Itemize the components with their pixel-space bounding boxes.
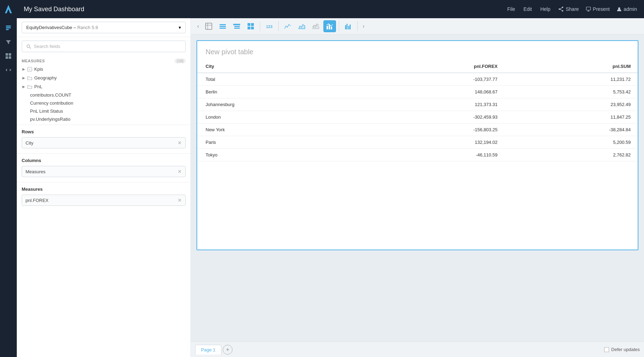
defer-label: Defer updates: [611, 347, 640, 352]
columns-chip-remove[interactable]: ✕: [178, 169, 182, 174]
cube-selector-text: EquityDerivativesCube – Ranch 5.9: [26, 25, 98, 30]
folder-geo-icon: [27, 76, 32, 80]
search-bar[interactable]: Search fields: [22, 41, 186, 52]
nav-fields-icon[interactable]: [2, 22, 15, 34]
search-placeholder: Search fields: [34, 44, 60, 49]
cell-forex: -156,803.25: [362, 124, 505, 136]
cell-sum: 2,762.82: [505, 149, 638, 161]
columns-label: Columns: [22, 158, 186, 163]
cell-sum: 11,231.72: [505, 73, 638, 86]
field-group-pnl[interactable]: ▶ PnL: [22, 82, 186, 91]
svg-rect-32: [248, 27, 250, 29]
rows-chip-remove[interactable]: ✕: [178, 140, 182, 146]
pivot-table: City pnl.FOREX pnl.SUM Total-103,737.771…: [197, 60, 638, 161]
viz-area-chart-btn[interactable]: [295, 20, 308, 32]
icon-rail: [0, 0, 17, 357]
viz-toolbar: ‹: [191, 18, 644, 35]
toolbar-prev[interactable]: ‹: [195, 22, 201, 31]
viz-number-btn[interactable]: 123: [263, 20, 276, 32]
share-label: Share: [566, 6, 579, 12]
svg-rect-30: [248, 23, 250, 26]
measures-chip-remove[interactable]: ✕: [178, 197, 182, 203]
toolbar-sep-2: [278, 21, 279, 31]
toolbar-sep-4: [357, 21, 358, 31]
svg-rect-33: [251, 27, 254, 29]
cell-forex: 132,194.02: [362, 136, 505, 149]
app-logo[interactable]: [3, 4, 14, 15]
viz-flat-table-btn[interactable]: [202, 20, 215, 32]
svg-rect-21: [206, 23, 212, 29]
svg-rect-29: [234, 28, 240, 29]
svg-rect-7: [9, 56, 11, 59]
viz-stacked-area-btn[interactable]: [309, 20, 322, 32]
cell-forex: -46,110.59: [362, 149, 505, 161]
cell-forex: 121,373.31: [362, 98, 505, 111]
cell-city: London: [197, 111, 362, 124]
geography-label: Geography: [34, 75, 57, 80]
pivot-container: New pivot table City pnl.FOREX pnl.SUM T…: [196, 40, 638, 250]
share-button[interactable]: Share: [559, 6, 579, 12]
toolbar-sep-1: [260, 21, 260, 31]
top-bar: My Saved Dashboard File Edit Help Share …: [17, 0, 644, 18]
cell-city: Tokyo: [197, 149, 362, 161]
col-header-forex: pnl.FOREX: [362, 60, 505, 73]
page-title: My Saved Dashboard: [24, 6, 507, 13]
measures-section-header[interactable]: MEASURES (18): [22, 56, 186, 65]
svg-rect-38: [345, 25, 346, 29]
pivot-title: New pivot table: [197, 41, 638, 60]
cell-sum: 11,847.25: [505, 111, 638, 124]
field-group-geography[interactable]: ▶ Geography: [22, 74, 186, 82]
field-group-kpis[interactable]: ▶ K Kpis: [22, 65, 186, 74]
content-area: ‹: [191, 18, 644, 357]
nav-code-icon[interactable]: [2, 64, 15, 76]
svg-text:K: K: [29, 68, 31, 71]
page-1-tab[interactable]: Page 1: [195, 345, 221, 355]
add-page-button[interactable]: +: [223, 345, 232, 355]
nav-help[interactable]: Help: [540, 6, 550, 12]
cell-sum: 23,952.49: [505, 98, 638, 111]
measures-chip-text: pnl.FOREX: [26, 198, 49, 203]
table-row: Tokyo-46,110.592,762.82: [197, 149, 638, 161]
nav-file[interactable]: File: [507, 6, 515, 12]
toolbar-next[interactable]: ›: [360, 22, 366, 31]
toolbar-sep-3: [339, 21, 339, 31]
viz-grid-table-btn[interactable]: [216, 20, 229, 32]
cell-city: Johannesburg: [197, 98, 362, 111]
svg-rect-5: [9, 53, 11, 56]
present-button[interactable]: Present: [586, 6, 610, 12]
measures-config-label: Measures: [22, 187, 186, 192]
viz-hierarchical-table-btn[interactable]: [230, 20, 243, 32]
svg-rect-25: [220, 26, 226, 27]
cell-forex: 148,068.67: [362, 86, 505, 98]
col-header-sum: pnl.SUM: [505, 60, 638, 73]
viz-bar-line-btn[interactable]: [323, 20, 336, 32]
cell-forex: -302,459.93: [362, 111, 505, 124]
svg-line-12: [560, 9, 562, 10]
field-list: MEASURES (18) ▶ K Kpis ▶: [17, 56, 191, 125]
svg-rect-2: [6, 27, 11, 28]
field-pv-underlyings[interactable]: pv.UnderlyingsRatio: [22, 115, 186, 123]
table-row: New York-156,803.25-38,284.84: [197, 124, 638, 136]
svg-rect-35: [327, 26, 328, 29]
field-contributors-count[interactable]: contributors.COUNT: [22, 91, 186, 99]
field-pnl-limit-status[interactable]: PnL Limit Status: [22, 107, 186, 115]
field-currency-contribution[interactable]: Currency contribution: [22, 99, 186, 107]
viz-line-chart-btn[interactable]: [281, 20, 294, 32]
cube-version: Ranch 5.9: [77, 25, 98, 30]
user-menu[interactable]: admin: [617, 6, 637, 12]
nav-edit[interactable]: Edit: [523, 6, 532, 12]
viz-pivot-table-btn[interactable]: [244, 20, 257, 32]
cell-sum: 5,753.42: [505, 86, 638, 98]
table-row: London-302,459.9311,847.25: [197, 111, 638, 124]
defer-checkbox[interactable]: [604, 347, 609, 352]
nav-filter-icon[interactable]: [2, 36, 15, 48]
table-row: Paris132,194.025,200.59: [197, 136, 638, 149]
svg-text:123: 123: [266, 24, 272, 29]
svg-rect-3: [6, 29, 9, 30]
cube-selector[interactable]: EquityDerivativesCube – Ranch 5.9 ▾: [22, 22, 186, 33]
pivot-canvas: New pivot table City pnl.FOREX pnl.SUM T…: [191, 35, 644, 342]
nav-dashboard-icon[interactable]: [2, 50, 15, 62]
svg-rect-28: [234, 26, 240, 27]
viz-grouped-bar-btn[interactable]: [342, 20, 355, 32]
svg-line-11: [560, 8, 562, 9]
